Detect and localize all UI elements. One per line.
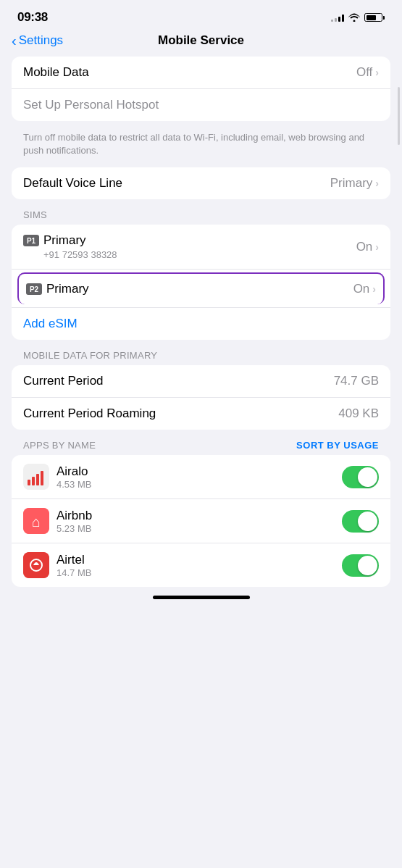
airalo-size: 4.53 MB (56, 479, 91, 490)
voice-line-group: Default Voice Line Primary › (12, 167, 390, 199)
airalo-icon (23, 464, 49, 490)
mobile-data-row[interactable]: Mobile Data Off › (12, 57, 390, 89)
home-indicator (153, 596, 250, 599)
apps-by-name-label: APPS BY NAME (23, 440, 96, 451)
airbnb-row[interactable]: ⌂ Airbnb 5.23 MB (12, 499, 390, 543)
svg-rect-2 (32, 477, 35, 485)
mobile-data-label: Mobile Data (23, 65, 89, 80)
hotspot-row[interactable]: Set Up Personal Hotspot (12, 89, 390, 121)
sim2-chevron-icon: › (372, 283, 376, 295)
content: Mobile Data Off › Set Up Personal Hotspo… (0, 57, 402, 587)
airbnb-name: Airbnb (56, 509, 92, 523)
sim2-info: P2 Primary (26, 282, 89, 296)
airtel-toggle[interactable] (342, 554, 379, 577)
airbnb-icon: ⌂ (23, 508, 49, 534)
sim1-title: P1 Primary (23, 233, 117, 248)
mobile-data-description: Turn off mobile data to restrict all dat… (12, 127, 390, 167)
back-chevron-icon: ‹ (12, 33, 17, 48)
roaming-row: Current Period Roaming 409 KB (12, 398, 390, 430)
apps-header: APPS BY NAME SORT BY USAGE (12, 435, 390, 455)
airalo-toggle[interactable] (342, 466, 379, 488)
roaming-label: Current Period Roaming (23, 406, 156, 421)
nav-bar: ‹ Settings Mobile Service (0, 30, 402, 57)
current-period-value: 74.7 GB (334, 374, 379, 388)
chevron-right-icon: › (375, 67, 379, 78)
sim1-name: Primary (43, 233, 86, 248)
airbnb-toggle-knob (358, 512, 377, 531)
back-label: Settings (19, 33, 63, 48)
airtel-size: 14.7 MB (56, 567, 91, 578)
roaming-value: 409 KB (338, 406, 379, 421)
airtel-row[interactable]: Airtel 14.7 MB (12, 543, 390, 587)
airtel-info: Airtel 14.7 MB (23, 552, 91, 578)
svg-text:⌂: ⌂ (32, 514, 41, 530)
airtel-app-info: Airtel 14.7 MB (56, 553, 91, 578)
mobile-data-for-label: MOBILE DATA FOR PRIMARY (12, 346, 390, 365)
voice-line-chevron-icon: › (375, 178, 379, 189)
airtel-toggle-knob (358, 556, 377, 575)
wifi-icon (348, 13, 360, 22)
airbnb-toggle[interactable] (342, 510, 379, 533)
mobile-data-value: Off › (356, 65, 379, 80)
svg-rect-1 (28, 480, 30, 485)
apps-group: Airalo 4.53 MB ⌂ Airbnb 5.23 MB (12, 455, 390, 587)
sort-by-usage-button[interactable]: SORT BY USAGE (296, 440, 379, 451)
add-esim-label: Add eSIM (23, 317, 78, 330)
voice-line-row[interactable]: Default Voice Line Primary › (12, 167, 390, 199)
svg-rect-3 (36, 474, 39, 485)
battery-icon (364, 13, 385, 22)
status-bar: 09:38 (0, 0, 402, 30)
mobile-data-group: Mobile Data Off › Set Up Personal Hotspo… (12, 57, 390, 121)
sim1-badge: P1 (23, 235, 39, 246)
airbnb-app-info: Airbnb 5.23 MB (56, 509, 92, 534)
airbnb-size: 5.23 MB (56, 523, 92, 534)
airbnb-info: ⌂ Airbnb 5.23 MB (23, 508, 92, 534)
airtel-name: Airtel (56, 553, 91, 567)
airalo-app-info: Airalo 4.53 MB (56, 464, 91, 490)
airalo-name: Airalo (56, 464, 91, 479)
back-button[interactable]: ‹ Settings (12, 33, 63, 48)
sim2-highlight-wrapper: P2 Primary On › (12, 270, 390, 307)
data-usage-group: Current Period 74.7 GB Current Period Ro… (12, 365, 390, 430)
sim1-value: On › (356, 240, 379, 254)
airalo-info: Airalo 4.53 MB (23, 464, 91, 490)
sim2-value: On › (353, 282, 376, 296)
page-title: Mobile Service (158, 33, 244, 48)
status-icons (331, 13, 385, 22)
svg-rect-4 (41, 471, 43, 485)
sim1-info: P1 Primary +91 72593 38328 (23, 233, 117, 260)
sims-group: P1 Primary +91 72593 38328 On › P2 Prima… (12, 225, 390, 340)
sim2-title: P2 Primary (26, 282, 89, 296)
airtel-icon (23, 552, 49, 578)
hotspot-label: Set Up Personal Hotspot (23, 98, 159, 112)
scrollbar[interactable] (398, 87, 400, 145)
airalo-toggle-knob (358, 467, 377, 487)
sim1-row[interactable]: P1 Primary +91 72593 38328 On › (12, 225, 390, 270)
current-period-row: Current Period 74.7 GB (12, 365, 390, 398)
sim2-badge: P2 (26, 283, 42, 295)
sim2-name: Primary (46, 282, 89, 296)
airalo-row[interactable]: Airalo 4.53 MB (12, 455, 390, 499)
sims-section-label: SIMs (12, 205, 390, 225)
voice-line-value: Primary › (330, 176, 379, 191)
status-time: 09:38 (17, 10, 48, 25)
add-esim-row[interactable]: Add eSIM (12, 307, 390, 340)
sim1-phone: +91 72593 38328 (43, 249, 117, 260)
signal-icon (331, 13, 344, 22)
sim2-row[interactable]: P2 Primary On › (17, 272, 385, 304)
current-period-label: Current Period (23, 374, 104, 388)
sim1-chevron-icon: › (375, 241, 379, 253)
voice-line-label: Default Voice Line (23, 176, 122, 191)
